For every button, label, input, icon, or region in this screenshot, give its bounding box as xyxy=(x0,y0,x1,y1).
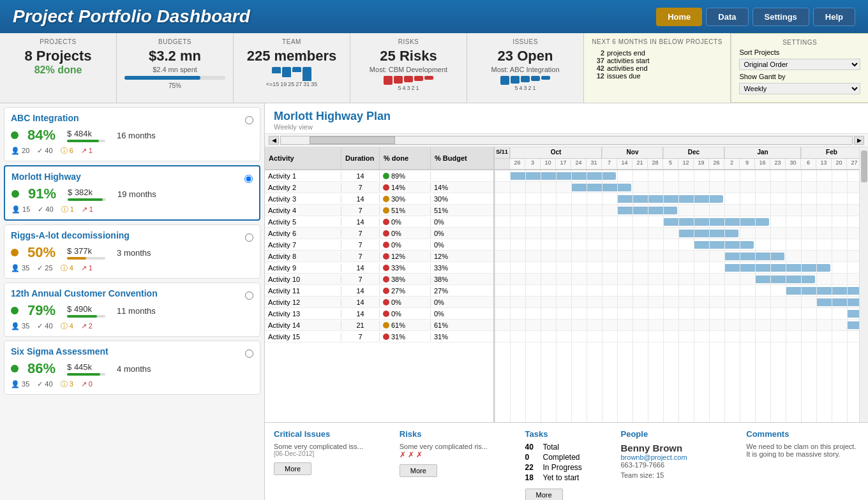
activity-table: Activity Duration % done % Budget Activi… xyxy=(265,147,495,422)
date-jan-16: 16 xyxy=(755,159,770,169)
status-dot-sixsigma xyxy=(11,365,19,372)
activity-row-14: Activity 14 21 61% 61% xyxy=(265,320,493,331)
project-radio-abc[interactable] xyxy=(245,116,253,124)
act-name-11: Activity 11 xyxy=(265,286,341,295)
stat-next6: Next 6 months in below projects 2project… xyxy=(584,33,731,103)
settings-button[interactable]: Settings xyxy=(752,8,809,26)
project-budget-abc: $ 484k xyxy=(67,129,105,138)
project-card-convention[interactable]: 12th Annual Customer Convention 79% $ 49… xyxy=(4,283,260,337)
act-dur-10: 7 xyxy=(341,275,380,284)
date-headers: 2631017243171421285121926291623306132027… xyxy=(495,159,859,170)
project-metrics-convention: 79% $ 490k 11 months xyxy=(11,302,253,319)
sort-select-row[interactable]: Original Order Name Budget xyxy=(739,59,860,70)
budget-bar-riggs xyxy=(67,257,105,260)
col-budget: % Budget xyxy=(431,147,482,169)
project-radio-sixsigma[interactable] xyxy=(245,349,253,358)
project-pct-convention: 79% xyxy=(27,302,56,319)
date-nov-7: 7 xyxy=(602,159,617,169)
project-card-abc[interactable]: ABC Integration 84% $ 484k 16 months 👤 2… xyxy=(4,107,260,161)
project-list: ABC Integration 84% $ 484k 16 months 👤 2… xyxy=(0,103,265,500)
gantt-bars-area xyxy=(495,170,859,422)
act-dur-8: 7 xyxy=(341,252,380,261)
activity-row-2: Activity 2 7 14% 14% xyxy=(265,182,493,193)
home-button[interactable]: Home xyxy=(656,8,702,26)
gantt-bar-row-14 xyxy=(495,320,859,331)
date-oct-10: 10 xyxy=(541,159,556,169)
bar-4 xyxy=(617,207,677,214)
gantt-scroll-left[interactable]: ◀ xyxy=(269,136,279,145)
budget-bar-convention xyxy=(67,315,105,318)
activity-row-6: Activity 6 7 0% 0% xyxy=(265,228,493,239)
act-name-6: Activity 6 xyxy=(265,229,341,238)
critical-issues-text: Some very complicated iss... xyxy=(274,443,387,450)
tasks-more[interactable]: More xyxy=(525,489,563,500)
act-budget-12: 0% xyxy=(431,298,482,307)
nav-buttons: Home Data Settings Help xyxy=(656,8,855,26)
bar-3 xyxy=(617,195,723,203)
sort-select[interactable]: Original Order Name Budget xyxy=(739,59,860,70)
help-button[interactable]: Help xyxy=(813,8,855,26)
project-card-riggs[interactable]: Riggs-A-lot decomissioning 50% $ 377k 3 … xyxy=(4,224,260,279)
act-done-1: 89% xyxy=(380,172,431,180)
date-s11 xyxy=(495,159,510,169)
act-budget-7: 0% xyxy=(431,240,482,249)
date-dec-12: 12 xyxy=(678,159,694,169)
project-name-convention: 12th Annual Customer Convention xyxy=(11,288,158,298)
activity-row-8: Activity 8 7 12% 12% xyxy=(265,251,493,262)
date-feb-6: 6 xyxy=(801,159,816,169)
bottom-risks: Risks Some very complicated ris... ✗ ✗ ✗… xyxy=(400,429,513,499)
gantt-scroll-track[interactable] xyxy=(280,136,853,145)
gantt-select-row[interactable]: Weekly Monthly xyxy=(739,83,860,94)
project-radio-morlott[interactable] xyxy=(244,175,253,183)
gantt-bar-row-7 xyxy=(495,239,859,251)
project-months-riggs: 3 months xyxy=(117,248,151,258)
team-value: 225 members xyxy=(241,48,342,64)
gantt-vscrollbar[interactable] xyxy=(859,147,868,422)
project-radio-riggs[interactable] xyxy=(245,233,253,242)
gantt-chart: S/11 OctNovDecJanFebMar 2631017243171421… xyxy=(495,147,859,422)
project-metrics-sixsigma: 86% $ 445k 4 months xyxy=(11,360,253,377)
next6-label: Next 6 months in below projects xyxy=(592,38,722,45)
activity-row-5: Activity 5 14 0% 0% xyxy=(265,216,493,228)
act-name-10: Activity 10 xyxy=(265,275,341,284)
bar-7 xyxy=(694,241,754,249)
act-done-4: 51% xyxy=(380,206,431,215)
gantt-panel: Morlott Highway Plan Weekly view ◀ ▶ Act… xyxy=(265,103,868,500)
stat-budgets: BUDGETS $3.2 mn $2.4 mn spent 75% xyxy=(117,33,234,103)
project-card-morlott[interactable]: Morlott Highway 91% $ 382k 19 months 👤 1… xyxy=(4,165,260,221)
date-feb-27: 27 xyxy=(847,159,859,169)
act-done-5: 0% xyxy=(380,217,431,226)
budgets-label: BUDGETS xyxy=(124,38,225,45)
gantt-header: Morlott Highway Plan Weekly view xyxy=(265,103,868,134)
month-header-oct: Oct xyxy=(510,147,602,158)
project-radio-convention[interactable] xyxy=(245,291,253,300)
tasks-completed: 0Completed xyxy=(525,453,608,462)
gantt-scroll-right[interactable]: ▶ xyxy=(854,136,864,145)
issues-label: ISSUES xyxy=(475,38,576,45)
settings-panel-label: SETTINGS xyxy=(739,39,860,46)
act-budget-4: 51% xyxy=(431,206,482,215)
activity-row-15: Activity 15 7 31% 31% xyxy=(265,331,493,342)
risks-text: Some very complicated ris... xyxy=(400,443,513,450)
main-content: ABC Integration 84% $ 484k 16 months 👤 2… xyxy=(0,103,868,500)
act-dur-9: 14 xyxy=(341,263,380,272)
activity-row-7: Activity 7 7 0% 0% xyxy=(265,239,493,251)
data-button[interactable]: Data xyxy=(706,8,748,26)
status-dot-morlott xyxy=(11,190,19,198)
project-card-sixsigma[interactable]: Six Sigma Assessment 86% $ 445k 4 months… xyxy=(4,341,260,395)
project-months-sixsigma: 4 months xyxy=(117,364,151,374)
act-dur-15: 7 xyxy=(341,332,380,341)
act-done-8: 12% xyxy=(380,252,431,261)
gantt-select[interactable]: Weekly Monthly xyxy=(739,83,860,94)
critical-issues-more[interactable]: More xyxy=(274,462,311,475)
bar-6 xyxy=(678,230,738,237)
act-dur-2: 7 xyxy=(341,183,380,192)
risks-title: Risks xyxy=(400,429,513,439)
risks-more[interactable]: More xyxy=(400,464,437,477)
stat-team: TEAM 225 members <=151925273135 xyxy=(234,33,350,103)
date-feb-20: 20 xyxy=(832,159,847,169)
comments-title: Comments xyxy=(746,429,859,439)
act-budget-14: 61% xyxy=(431,321,482,330)
people-teamsize: Team size: 15 xyxy=(621,471,734,479)
date-dec-19: 19 xyxy=(694,159,709,169)
